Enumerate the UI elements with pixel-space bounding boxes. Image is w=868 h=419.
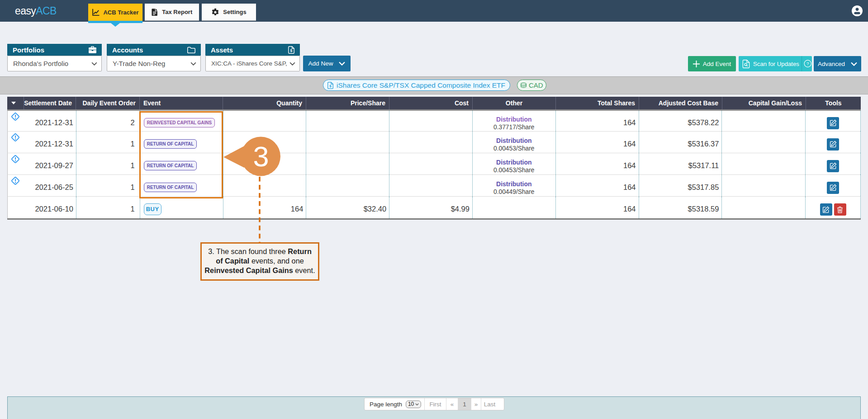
svg-text:?: ? — [806, 61, 809, 66]
svg-text:3: 3 — [253, 141, 269, 172]
svg-text:$: $ — [290, 48, 293, 52]
svg-text:$: $ — [329, 84, 332, 88]
